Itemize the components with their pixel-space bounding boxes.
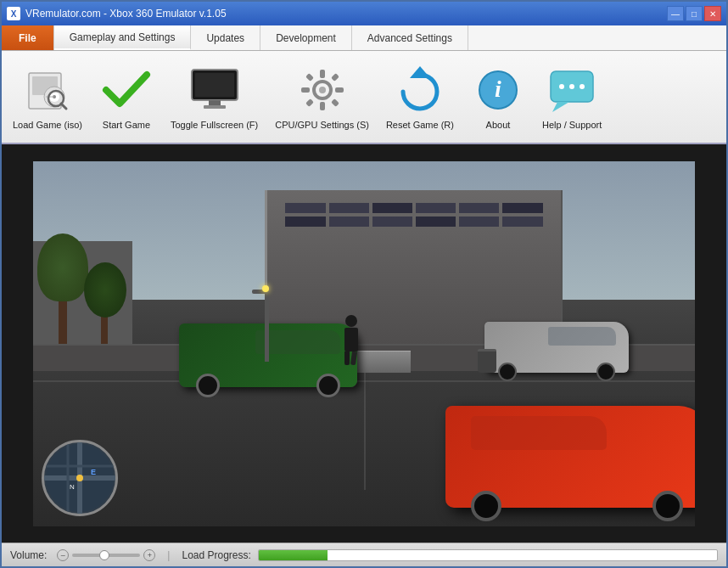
tab-development-label: Development (276, 32, 336, 44)
trash-can (478, 349, 496, 373)
tab-advanced[interactable]: Advanced Settings (352, 25, 468, 50)
app-icon: X (7, 7, 20, 20)
toggle-fullscreen-button[interactable]: Toggle Fullscreen (F) (163, 57, 266, 138)
tab-updates[interactable]: Updates (191, 25, 260, 50)
tab-file[interactable]: File (2, 25, 54, 50)
svg-point-28 (569, 84, 574, 89)
game-viewport: E N (2, 144, 726, 543)
help-support-icon (545, 63, 599, 117)
svg-rect-15 (320, 102, 325, 110)
svg-rect-19 (331, 73, 339, 82)
svg-marker-22 (410, 66, 430, 78)
main-window: X VRemulator.com - Xbox 360 Emulator v.1… (0, 0, 728, 568)
tab-gameplay-label: Gameplay and Settings (70, 31, 176, 43)
svg-marker-26 (552, 102, 569, 112)
toggle-fullscreen-label: Toggle Fullscreen (F) (171, 120, 258, 131)
help-support-label: Help / Support (542, 120, 602, 131)
svg-text:N: N (70, 483, 75, 491)
reset-game-button[interactable]: Reset Game (R) (378, 57, 462, 138)
svg-rect-20 (305, 98, 314, 107)
window-controls: — □ ✕ (667, 6, 721, 21)
svg-line-7 (61, 104, 66, 109)
svg-rect-10 (209, 100, 221, 105)
tab-advanced-label: Advanced Settings (367, 32, 452, 44)
svg-point-35 (76, 475, 83, 481)
cpu-gpu-label: CPU/GPU Settings (S) (275, 120, 369, 131)
svg-point-29 (580, 84, 585, 89)
maximize-button[interactable]: □ (686, 6, 703, 21)
tab-gameplay[interactable]: Gameplay and Settings (54, 25, 192, 50)
minimap: E N (42, 440, 118, 516)
game-screen: E N (33, 161, 695, 526)
reset-game-icon (393, 63, 447, 117)
fullscreen-icon (188, 63, 242, 117)
svg-point-27 (559, 84, 564, 89)
close-button[interactable]: ✕ (704, 6, 721, 21)
start-game-button[interactable]: Start Game (92, 57, 161, 138)
svg-rect-11 (204, 105, 226, 109)
silver-car (484, 322, 629, 373)
svg-rect-17 (335, 87, 344, 93)
about-label: About (486, 120, 511, 131)
trees-left (33, 161, 165, 363)
svg-rect-16 (301, 87, 310, 93)
cpu-gpu-icon (295, 63, 350, 117)
status-bar: Volume: – + | Load Progress: (2, 543, 726, 566)
separator: | (167, 549, 170, 561)
volume-label: Volume: (10, 549, 47, 561)
start-game-label: Start Game (103, 120, 150, 131)
load-game-icon (20, 63, 75, 117)
svg-text:E: E (91, 468, 96, 476)
menu-tabs: File Gameplay and Settings Updates Devel… (2, 25, 726, 51)
load-progress-label: Load Progress: (182, 549, 250, 561)
load-game-button[interactable]: Load Game (iso) (5, 57, 90, 138)
volume-slider-track[interactable] (72, 554, 140, 557)
ribbon-toolbar: Load Game (iso) Start Game (2, 51, 726, 144)
game-scene: E N (33, 161, 695, 526)
volume-slider-thumb[interactable] (99, 550, 109, 560)
help-support-button[interactable]: Help / Support (535, 57, 609, 138)
window-title: VRemulator.com - Xbox 360 Emulator v.1.0… (25, 8, 227, 20)
minimize-button[interactable]: — (667, 6, 684, 21)
volume-decrease-button[interactable]: – (57, 549, 69, 561)
svg-rect-9 (195, 73, 234, 97)
svg-rect-18 (305, 73, 314, 82)
lamp-post (265, 294, 269, 362)
svg-rect-14 (320, 70, 325, 78)
svg-point-13 (319, 87, 326, 93)
volume-increase-button[interactable]: + (143, 549, 155, 561)
person-silhouette (344, 315, 358, 365)
tab-file-label: File (19, 32, 36, 44)
about-button[interactable]: i About (463, 57, 533, 138)
about-icon: i (471, 63, 525, 117)
volume-control: – + (57, 549, 155, 561)
load-game-label: Load Game (iso) (13, 120, 82, 131)
cpu-gpu-button[interactable]: CPU/GPU Settings (S) (267, 57, 377, 138)
title-bar-left: X VRemulator.com - Xbox 360 Emulator v.1… (7, 7, 227, 20)
red-car (445, 406, 695, 508)
svg-text:i: i (495, 76, 501, 102)
start-game-icon (99, 63, 154, 117)
load-progress-fill (259, 550, 328, 560)
tab-development[interactable]: Development (260, 25, 352, 50)
svg-rect-21 (331, 98, 339, 107)
title-bar: X VRemulator.com - Xbox 360 Emulator v.1… (2, 2, 726, 25)
load-progress-track (258, 549, 718, 561)
reset-game-label: Reset Game (R) (386, 120, 454, 131)
tab-updates-label: Updates (206, 32, 244, 44)
